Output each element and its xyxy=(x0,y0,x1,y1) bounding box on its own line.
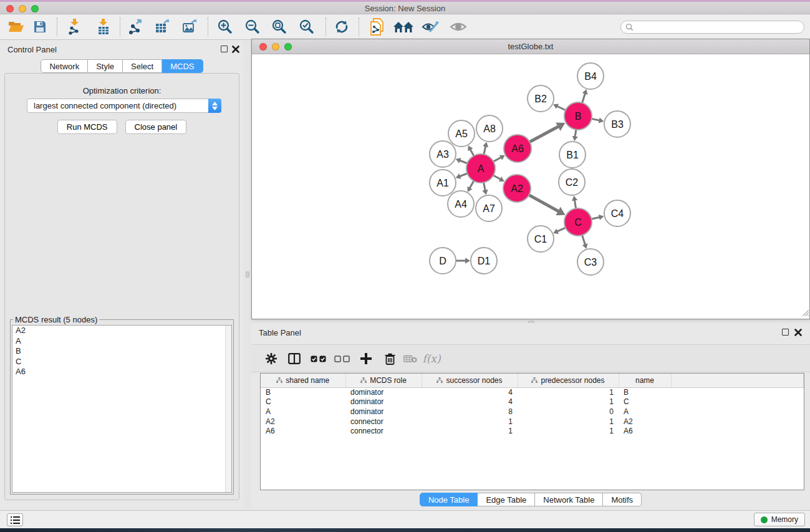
zoom-in-icon[interactable] xyxy=(213,16,237,37)
column-header-shared-name[interactable]: shared name xyxy=(261,374,345,387)
task-history-button[interactable] xyxy=(7,513,23,526)
table-cell[interactable]: connector xyxy=(345,417,422,427)
graph-node-B1[interactable]: B1 xyxy=(559,142,586,168)
graph-node-A1[interactable]: A1 xyxy=(430,170,456,196)
tab-node-table[interactable]: Node Table xyxy=(420,493,478,506)
table-cell[interactable]: 1 xyxy=(518,387,619,397)
memory-button[interactable]: Memory xyxy=(754,513,805,526)
column-header-successor-nodes[interactable]: successor nodes xyxy=(422,374,518,387)
graph-node-D[interactable]: D xyxy=(430,248,456,274)
cytoscape-home-icon[interactable] xyxy=(392,16,415,37)
refresh-view-icon[interactable] xyxy=(330,16,354,37)
list-item[interactable]: A xyxy=(12,336,231,347)
zoom-out-icon[interactable] xyxy=(241,16,264,37)
import-network-icon[interactable] xyxy=(63,16,87,37)
graph-node-C[interactable]: C xyxy=(564,208,592,236)
add-column-icon[interactable] xyxy=(355,349,377,369)
table-cell[interactable]: dominator xyxy=(345,407,422,417)
graph-node-A4[interactable]: A4 xyxy=(448,191,474,217)
tab-network-table[interactable]: Network Table xyxy=(535,493,603,506)
table-cell[interactable]: C xyxy=(619,397,671,407)
network-window-titlebar[interactable]: testGlobe.txt xyxy=(252,39,809,54)
search-input[interactable] xyxy=(636,22,804,32)
graph-node-A6[interactable]: A6 xyxy=(504,135,531,162)
table-cell[interactable]: A6 xyxy=(619,426,671,436)
table-row[interactable]: Adominator80A xyxy=(261,407,804,417)
save-session-icon[interactable] xyxy=(28,16,52,37)
graph-node-A2[interactable]: A2 xyxy=(503,175,531,202)
network-graph[interactable]: B4B2BB3A5A8A6A3AB1A1A2C2A4A7C4CC1C3DD1 xyxy=(252,54,809,319)
column-visibility-icon[interactable] xyxy=(284,349,305,369)
zoom-selected-icon[interactable] xyxy=(295,16,319,37)
import-table-icon[interactable] xyxy=(92,16,115,37)
graph-node-A7[interactable]: A7 xyxy=(476,195,502,221)
table-cell[interactable]: A6 xyxy=(261,426,345,436)
table-row[interactable]: Cdominator41C xyxy=(261,397,804,407)
scrollbar-track[interactable] xyxy=(225,326,231,492)
table-cell[interactable]: 1 xyxy=(422,417,518,427)
table-cell[interactable]: A2 xyxy=(619,417,671,427)
close-panel-icon[interactable] xyxy=(794,329,802,336)
table-cell[interactable]: 1 xyxy=(518,417,619,427)
table-cell[interactable]: dominator xyxy=(345,387,422,397)
table-cell[interactable]: 0 xyxy=(518,407,619,417)
graph-node-D1[interactable]: D1 xyxy=(471,248,497,274)
optimization-criterion-dropdown[interactable]: largest connected component (directed) xyxy=(27,99,221,113)
graph-node-C2[interactable]: C2 xyxy=(559,169,585,195)
deselect-all-icon[interactable] xyxy=(332,349,353,369)
zoom-fit-icon[interactable] xyxy=(268,16,291,37)
list-item[interactable]: B xyxy=(12,346,231,357)
table-cell[interactable]: 8 xyxy=(422,407,518,417)
table-row[interactable]: A2connector11A2 xyxy=(261,417,804,427)
new-network-from-selection-icon[interactable] xyxy=(365,16,389,37)
column-header-MCDS-role[interactable]: MCDS role xyxy=(345,374,422,387)
column-header-predecessor-nodes[interactable]: predecessor nodes xyxy=(518,374,619,387)
graph-node-C1[interactable]: C1 xyxy=(528,226,554,252)
export-table-icon[interactable] xyxy=(151,16,175,37)
close-panel-button[interactable]: Close panel xyxy=(125,120,187,134)
table-row[interactable]: Bdominator41B xyxy=(261,387,804,397)
table-cell[interactable]: B xyxy=(619,387,671,397)
table-cell[interactable]: 4 xyxy=(422,387,518,397)
table-cell[interactable]: 1 xyxy=(518,426,619,436)
tab-motifs[interactable]: Motifs xyxy=(603,493,642,506)
float-panel-icon[interactable] xyxy=(221,46,228,52)
vertical-splitter[interactable] xyxy=(244,40,251,510)
table-cell[interactable]: 1 xyxy=(518,397,619,407)
close-panel-icon[interactable] xyxy=(232,46,239,53)
graph-node-A[interactable]: A xyxy=(466,154,495,183)
table-cell[interactable]: 4 xyxy=(422,397,518,407)
network-canvas[interactable]: B4B2BB3A5A8A6A3AB1A1A2C2A4A7C4CC1C3DD1 xyxy=(252,54,809,319)
graph-node-B2[interactable]: B2 xyxy=(528,85,554,112)
graph-node-B4[interactable]: B4 xyxy=(577,63,604,89)
graph-node-B[interactable]: B xyxy=(564,102,592,130)
delete-column-icon[interactable] xyxy=(379,349,400,369)
float-panel-icon[interactable] xyxy=(782,329,789,336)
table-cell[interactable]: connector xyxy=(345,426,422,436)
table-cell[interactable]: A xyxy=(619,407,671,417)
show-graphics-details-icon[interactable] xyxy=(418,16,442,37)
tab-select[interactable]: Select xyxy=(123,59,162,73)
birds-eye-view-icon[interactable] xyxy=(446,16,470,37)
table-cell[interactable]: dominator xyxy=(345,397,422,407)
window-resize-handle[interactable] xyxy=(801,308,809,318)
tab-style[interactable]: Style xyxy=(88,59,123,73)
table-cell[interactable]: A2 xyxy=(261,417,345,427)
export-network-icon[interactable] xyxy=(124,16,148,37)
table-row[interactable]: A6connector11A6 xyxy=(261,426,804,436)
table-settings-gear-icon[interactable] xyxy=(261,349,282,369)
function-builder-icon[interactable]: f(x) xyxy=(421,349,442,369)
tab-mcds[interactable]: MCDS xyxy=(162,59,203,73)
graph-node-A3[interactable]: A3 xyxy=(430,141,456,167)
select-all-icon[interactable] xyxy=(308,349,329,369)
graph-node-C3[interactable]: C3 xyxy=(577,249,604,275)
run-mcds-button[interactable]: Run MCDS xyxy=(57,120,117,134)
column-header-name[interactable]: name xyxy=(619,374,671,387)
table-cell[interactable]: C xyxy=(261,397,345,407)
open-file-icon[interactable] xyxy=(4,16,28,37)
graph-node-C4[interactable]: C4 xyxy=(604,200,630,226)
splitter-handle[interactable] xyxy=(246,271,249,278)
graph-node-A8[interactable]: A8 xyxy=(476,115,503,142)
export-image-icon[interactable] xyxy=(178,16,202,37)
list-item[interactable]: C xyxy=(12,357,231,367)
